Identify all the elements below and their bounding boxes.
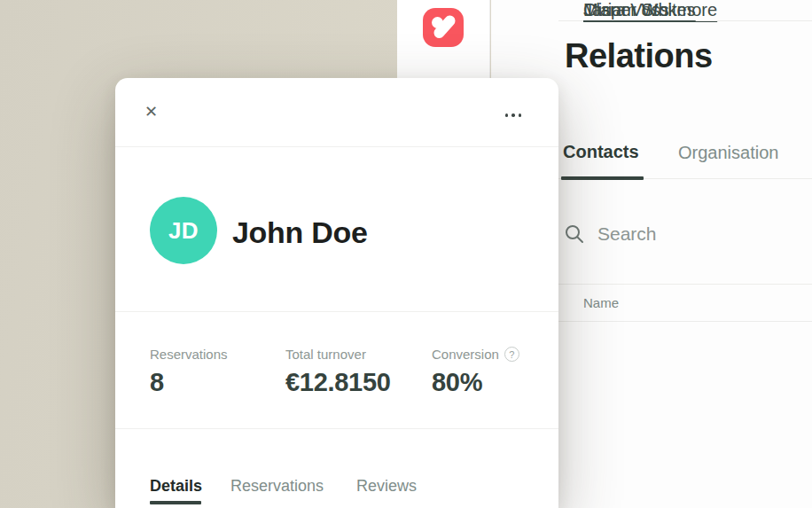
stat-value: 8 — [150, 368, 228, 397]
tab-reviews[interactable]: Reviews — [356, 477, 417, 496]
contact-name: John Doe — [232, 215, 368, 250]
tab-reservations[interactable]: Reservations — [230, 477, 324, 496]
stat-reservations: Reservations 8 — [150, 347, 228, 397]
search-icon — [564, 223, 585, 245]
profile-divider — [115, 311, 558, 312]
screen: Relations Contacts Organisation Name Jas… — [0, 0, 812, 508]
search-bar — [558, 178, 812, 285]
tab-details[interactable]: Details — [150, 477, 202, 496]
help-icon[interactable]: ? — [504, 347, 519, 362]
table-row[interactable]: Miriam Stokes — [558, 0, 812, 21]
contact-detail-modal: ✕ JD John Doe Reservations 8 Total turno… — [115, 78, 558, 508]
app-logo-icon — [423, 8, 464, 47]
stat-value: 80% — [432, 368, 519, 397]
avatar: JD — [150, 197, 217, 264]
active-tab-underline — [150, 501, 201, 504]
stat-total-turnover: Total turnover €12.8150 — [285, 347, 391, 397]
header-divider — [115, 146, 558, 147]
avatar-initials: JD — [168, 217, 199, 245]
stat-conversion: Conversion ? 80% — [432, 347, 519, 397]
page-title: Relations — [565, 37, 713, 75]
table-column-header-name: Name — [558, 284, 812, 322]
stat-value: €12.8150 — [285, 368, 391, 397]
stat-label: Reservations — [150, 347, 228, 362]
tab-organisation[interactable]: Organisation — [678, 143, 778, 163]
contact-link[interactable]: Miriam Stokes — [583, 0, 696, 20]
relations-panel: Relations Contacts Organisation Name Jas… — [558, 0, 812, 508]
search-input[interactable] — [596, 217, 794, 251]
more-options-icon[interactable] — [505, 113, 522, 117]
close-icon[interactable]: ✕ — [144, 104, 158, 120]
stat-label: Total turnover — [285, 347, 391, 362]
app-logo-button[interactable] — [423, 8, 464, 47]
stat-label: Conversion — [432, 347, 499, 362]
tab-contacts[interactable]: Contacts — [563, 142, 639, 162]
relations-tab-bar: Contacts Organisation — [558, 133, 812, 179]
stats-divider — [115, 428, 558, 429]
